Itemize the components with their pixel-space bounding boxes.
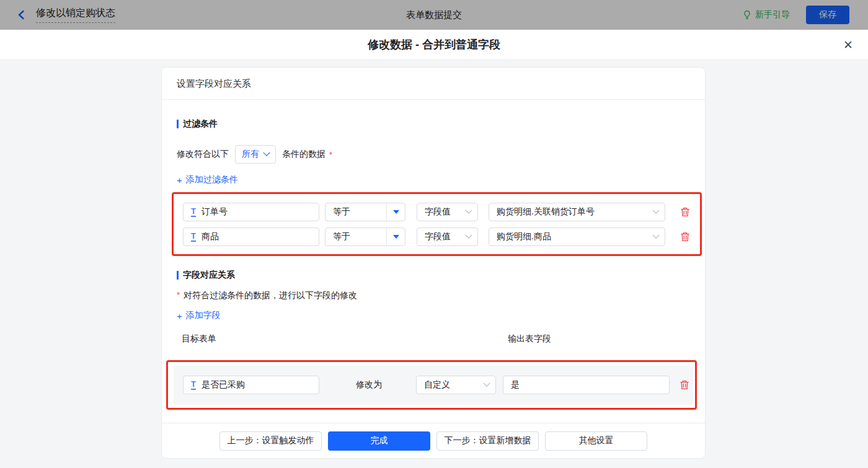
field-mapping-panel: 设置字段对应关系 过滤条件 修改符合以下 所有 条件的数据 * + 添加过滤条件 (161, 67, 706, 459)
text-field-type-icon: T (191, 232, 196, 242)
add-field-label: 添加字段 (186, 310, 221, 321)
filter-operator-select[interactable]: 等于 (325, 227, 405, 246)
text-field-type-icon: T (191, 207, 196, 217)
done-button[interactable]: 完成 (328, 431, 430, 451)
target-field-select[interactable]: T 是否已采购 (183, 376, 319, 394)
filter-conditions-highlight-box: T 订单号 等于 字段值 购货明细.关联销货订单号 (172, 192, 702, 256)
dropdown-arrow-cell (386, 203, 405, 221)
modal-body: 设置字段对应关系 过滤条件 修改符合以下 所有 条件的数据 * + 添加过滤条件 (0, 59, 868, 468)
filter-value-type-select[interactable]: 字段值 (417, 227, 478, 246)
other-settings-button[interactable]: 其他设置 (545, 431, 647, 451)
value-mode-select[interactable]: 自定义 (416, 376, 496, 394)
field-mapping-row: T 是否已采购 修改为 自定义 (174, 365, 693, 405)
modify-to-label: 修改为 (356, 379, 391, 391)
target-form-column-label: 目标表单 (182, 333, 216, 345)
chevron-down-icon (652, 232, 659, 239)
custom-value-input[interactable] (503, 376, 670, 394)
mapping-description-text: 对符合过滤条件的数据，进行以下字段的修改 (184, 290, 357, 301)
add-filter-condition-link[interactable]: + 添加过滤条件 (177, 174, 238, 185)
close-icon[interactable]: ✕ (843, 38, 853, 50)
panel-header: 设置字段对应关系 (162, 68, 705, 100)
chevron-down-icon (652, 207, 659, 214)
chevron-down-icon (263, 149, 270, 156)
modal-dim-mask (0, 0, 868, 30)
plus-icon: + (177, 175, 182, 185)
match-mode-select[interactable]: 所有 (235, 145, 276, 164)
filter-condition-row: T 商品 等于 字段值 购货明细.商品 (183, 227, 700, 246)
mapping-section-title: 字段对应关系 (177, 270, 690, 281)
top-bar: 修改以销定购状态 表单数据提交 新手引导 保存 (0, 0, 868, 30)
filter-section-title: 过滤条件 (177, 118, 690, 130)
filter-field-select[interactable]: T 订单号 (183, 203, 319, 221)
filter-value-source-select[interactable]: 购货明细.关联销货订单号 (489, 203, 665, 221)
section-accent-bar (177, 271, 179, 280)
chevron-down-icon (465, 207, 472, 214)
add-filter-condition-label: 添加过滤条件 (186, 174, 238, 185)
chevron-down-icon (483, 380, 490, 387)
modal-header: 修改数据 - 合并到普通字段 ✕ (0, 30, 868, 59)
panel-body: 过滤条件 修改符合以下 所有 条件的数据 * + 添加过滤条件 T (162, 118, 705, 410)
mapping-description: * 对符合过滤条件的数据，进行以下字段的修改 (177, 290, 690, 301)
mapping-column-headers: 目标表单 输出表字段 (177, 332, 690, 345)
output-field-column-label: 输出表字段 (508, 333, 551, 345)
add-field-link[interactable]: + 添加字段 (177, 310, 221, 321)
filter-condition-row: T 订单号 等于 字段值 购货明细.关联销货订单号 (183, 203, 700, 221)
match-mode-value: 所有 (242, 149, 259, 160)
delete-condition-icon[interactable] (680, 206, 691, 218)
filter-match-line: 修改符合以下 所有 条件的数据 * (177, 145, 690, 164)
filter-value-type-select[interactable]: 字段值 (417, 203, 478, 221)
required-mark: * (177, 290, 180, 299)
filter-value-source-select[interactable]: 购货明细.商品 (489, 227, 665, 246)
field-mapping-highlight-box: T 是否已采购 修改为 自定义 (166, 360, 697, 410)
required-mark: * (329, 150, 332, 159)
dropdown-arrow-cell (386, 228, 405, 245)
filter-field-select[interactable]: T 商品 (183, 227, 319, 246)
prev-step-button[interactable]: 上一步：设置触发动作 (219, 431, 322, 451)
delete-field-icon[interactable] (679, 379, 690, 391)
filter-operator-select[interactable]: 等于 (325, 203, 405, 221)
text-field-type-icon: T (191, 380, 196, 390)
triangle-down-icon (393, 210, 399, 214)
next-step-button[interactable]: 下一步：设置新增数据 (436, 431, 539, 451)
plus-icon: + (177, 311, 182, 321)
modal-title: 修改数据 - 合并到普通字段 (368, 37, 500, 52)
delete-condition-icon[interactable] (680, 231, 691, 242)
match-prefix-text: 修改符合以下 (177, 149, 229, 160)
chevron-down-icon (465, 232, 472, 239)
panel-footer: 上一步：设置触发动作 完成 下一步：设置新增数据 其他设置 (162, 423, 705, 458)
section-accent-bar (177, 120, 179, 128)
triangle-down-icon (393, 235, 399, 239)
match-suffix-text: 条件的数据 (282, 149, 326, 160)
